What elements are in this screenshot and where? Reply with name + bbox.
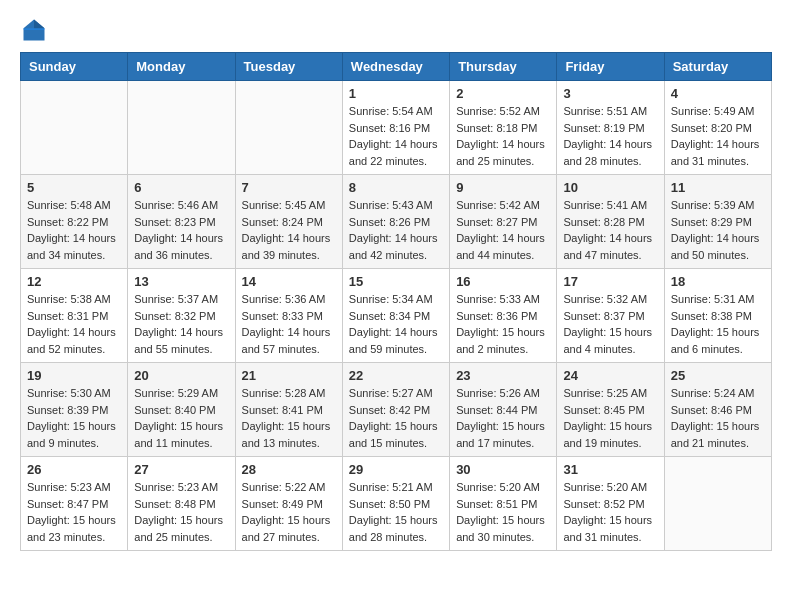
day-info: Sunrise: 5:36 AMSunset: 8:33 PMDaylight:… [242, 291, 336, 357]
day-info: Sunrise: 5:29 AMSunset: 8:40 PMDaylight:… [134, 385, 228, 451]
day-number: 2 [456, 86, 550, 101]
day-info: Sunrise: 5:27 AMSunset: 8:42 PMDaylight:… [349, 385, 443, 451]
weekday-header-wednesday: Wednesday [342, 53, 449, 81]
weekday-header-tuesday: Tuesday [235, 53, 342, 81]
day-number: 14 [242, 274, 336, 289]
day-number: 3 [563, 86, 657, 101]
day-info: Sunrise: 5:51 AMSunset: 8:19 PMDaylight:… [563, 103, 657, 169]
calendar-day-cell: 26Sunrise: 5:23 AMSunset: 8:47 PMDayligh… [21, 457, 128, 551]
calendar-day-cell: 12Sunrise: 5:38 AMSunset: 8:31 PMDayligh… [21, 269, 128, 363]
day-info: Sunrise: 5:23 AMSunset: 8:48 PMDaylight:… [134, 479, 228, 545]
calendar-day-cell: 29Sunrise: 5:21 AMSunset: 8:50 PMDayligh… [342, 457, 449, 551]
day-number: 8 [349, 180, 443, 195]
day-number: 12 [27, 274, 121, 289]
calendar-day-cell: 1Sunrise: 5:54 AMSunset: 8:16 PMDaylight… [342, 81, 449, 175]
calendar-day-cell: 11Sunrise: 5:39 AMSunset: 8:29 PMDayligh… [664, 175, 771, 269]
calendar-day-cell: 15Sunrise: 5:34 AMSunset: 8:34 PMDayligh… [342, 269, 449, 363]
day-info: Sunrise: 5:54 AMSunset: 8:16 PMDaylight:… [349, 103, 443, 169]
calendar-day-cell: 23Sunrise: 5:26 AMSunset: 8:44 PMDayligh… [450, 363, 557, 457]
day-number: 29 [349, 462, 443, 477]
logo [20, 16, 52, 44]
day-info: Sunrise: 5:45 AMSunset: 8:24 PMDaylight:… [242, 197, 336, 263]
calendar-day-cell: 5Sunrise: 5:48 AMSunset: 8:22 PMDaylight… [21, 175, 128, 269]
day-info: Sunrise: 5:20 AMSunset: 8:52 PMDaylight:… [563, 479, 657, 545]
day-info: Sunrise: 5:24 AMSunset: 8:46 PMDaylight:… [671, 385, 765, 451]
day-number: 27 [134, 462, 228, 477]
calendar-day-cell: 30Sunrise: 5:20 AMSunset: 8:51 PMDayligh… [450, 457, 557, 551]
calendar-day-cell [235, 81, 342, 175]
calendar-day-cell [21, 81, 128, 175]
page-header [20, 16, 772, 44]
day-number: 9 [456, 180, 550, 195]
calendar-day-cell: 9Sunrise: 5:42 AMSunset: 8:27 PMDaylight… [450, 175, 557, 269]
weekday-header-saturday: Saturday [664, 53, 771, 81]
day-info: Sunrise: 5:28 AMSunset: 8:41 PMDaylight:… [242, 385, 336, 451]
calendar-day-cell: 19Sunrise: 5:30 AMSunset: 8:39 PMDayligh… [21, 363, 128, 457]
day-info: Sunrise: 5:33 AMSunset: 8:36 PMDaylight:… [456, 291, 550, 357]
day-number: 24 [563, 368, 657, 383]
day-info: Sunrise: 5:52 AMSunset: 8:18 PMDaylight:… [456, 103, 550, 169]
day-number: 22 [349, 368, 443, 383]
calendar-day-cell: 16Sunrise: 5:33 AMSunset: 8:36 PMDayligh… [450, 269, 557, 363]
calendar-day-cell: 22Sunrise: 5:27 AMSunset: 8:42 PMDayligh… [342, 363, 449, 457]
day-number: 11 [671, 180, 765, 195]
day-number: 19 [27, 368, 121, 383]
day-info: Sunrise: 5:26 AMSunset: 8:44 PMDaylight:… [456, 385, 550, 451]
day-number: 6 [134, 180, 228, 195]
day-info: Sunrise: 5:49 AMSunset: 8:20 PMDaylight:… [671, 103, 765, 169]
day-number: 7 [242, 180, 336, 195]
day-info: Sunrise: 5:20 AMSunset: 8:51 PMDaylight:… [456, 479, 550, 545]
day-info: Sunrise: 5:37 AMSunset: 8:32 PMDaylight:… [134, 291, 228, 357]
calendar-day-cell: 6Sunrise: 5:46 AMSunset: 8:23 PMDaylight… [128, 175, 235, 269]
calendar-week-row: 1Sunrise: 5:54 AMSunset: 8:16 PMDaylight… [21, 81, 772, 175]
day-info: Sunrise: 5:48 AMSunset: 8:22 PMDaylight:… [27, 197, 121, 263]
day-info: Sunrise: 5:31 AMSunset: 8:38 PMDaylight:… [671, 291, 765, 357]
calendar-day-cell: 7Sunrise: 5:45 AMSunset: 8:24 PMDaylight… [235, 175, 342, 269]
weekday-header-monday: Monday [128, 53, 235, 81]
day-info: Sunrise: 5:22 AMSunset: 8:49 PMDaylight:… [242, 479, 336, 545]
calendar-week-row: 12Sunrise: 5:38 AMSunset: 8:31 PMDayligh… [21, 269, 772, 363]
calendar-day-cell: 4Sunrise: 5:49 AMSunset: 8:20 PMDaylight… [664, 81, 771, 175]
day-number: 1 [349, 86, 443, 101]
day-info: Sunrise: 5:46 AMSunset: 8:23 PMDaylight:… [134, 197, 228, 263]
day-number: 10 [563, 180, 657, 195]
calendar-day-cell: 24Sunrise: 5:25 AMSunset: 8:45 PMDayligh… [557, 363, 664, 457]
day-number: 16 [456, 274, 550, 289]
day-number: 31 [563, 462, 657, 477]
day-info: Sunrise: 5:34 AMSunset: 8:34 PMDaylight:… [349, 291, 443, 357]
calendar-week-row: 26Sunrise: 5:23 AMSunset: 8:47 PMDayligh… [21, 457, 772, 551]
day-number: 26 [27, 462, 121, 477]
day-info: Sunrise: 5:38 AMSunset: 8:31 PMDaylight:… [27, 291, 121, 357]
svg-rect-2 [24, 28, 45, 30]
calendar-day-cell [128, 81, 235, 175]
calendar-day-cell: 18Sunrise: 5:31 AMSunset: 8:38 PMDayligh… [664, 269, 771, 363]
day-number: 13 [134, 274, 228, 289]
day-info: Sunrise: 5:30 AMSunset: 8:39 PMDaylight:… [27, 385, 121, 451]
calendar-day-cell: 25Sunrise: 5:24 AMSunset: 8:46 PMDayligh… [664, 363, 771, 457]
calendar-day-cell: 27Sunrise: 5:23 AMSunset: 8:48 PMDayligh… [128, 457, 235, 551]
calendar-day-cell: 3Sunrise: 5:51 AMSunset: 8:19 PMDaylight… [557, 81, 664, 175]
day-info: Sunrise: 5:32 AMSunset: 8:37 PMDaylight:… [563, 291, 657, 357]
calendar-day-cell: 20Sunrise: 5:29 AMSunset: 8:40 PMDayligh… [128, 363, 235, 457]
calendar-day-cell: 17Sunrise: 5:32 AMSunset: 8:37 PMDayligh… [557, 269, 664, 363]
calendar-day-cell: 31Sunrise: 5:20 AMSunset: 8:52 PMDayligh… [557, 457, 664, 551]
day-info: Sunrise: 5:41 AMSunset: 8:28 PMDaylight:… [563, 197, 657, 263]
calendar-day-cell: 21Sunrise: 5:28 AMSunset: 8:41 PMDayligh… [235, 363, 342, 457]
day-number: 25 [671, 368, 765, 383]
day-info: Sunrise: 5:39 AMSunset: 8:29 PMDaylight:… [671, 197, 765, 263]
day-info: Sunrise: 5:25 AMSunset: 8:45 PMDaylight:… [563, 385, 657, 451]
calendar-day-cell: 14Sunrise: 5:36 AMSunset: 8:33 PMDayligh… [235, 269, 342, 363]
calendar-day-cell: 10Sunrise: 5:41 AMSunset: 8:28 PMDayligh… [557, 175, 664, 269]
calendar-day-cell: 2Sunrise: 5:52 AMSunset: 8:18 PMDaylight… [450, 81, 557, 175]
calendar-week-row: 5Sunrise: 5:48 AMSunset: 8:22 PMDaylight… [21, 175, 772, 269]
weekday-header-friday: Friday [557, 53, 664, 81]
day-number: 17 [563, 274, 657, 289]
day-number: 15 [349, 274, 443, 289]
day-number: 28 [242, 462, 336, 477]
day-number: 18 [671, 274, 765, 289]
day-number: 5 [27, 180, 121, 195]
day-number: 20 [134, 368, 228, 383]
svg-marker-1 [34, 20, 45, 29]
day-info: Sunrise: 5:23 AMSunset: 8:47 PMDaylight:… [27, 479, 121, 545]
calendar-week-row: 19Sunrise: 5:30 AMSunset: 8:39 PMDayligh… [21, 363, 772, 457]
